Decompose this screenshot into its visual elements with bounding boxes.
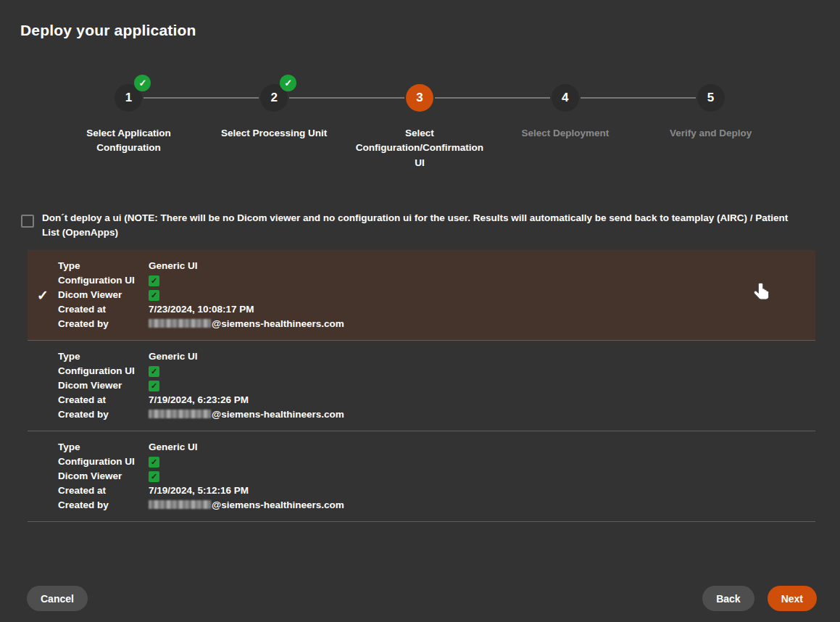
step-3-label: Select Configuration/Confirmation UI [354, 126, 486, 170]
redacted-username [149, 500, 211, 509]
type-label: Type [58, 441, 149, 452]
configuration-ui-checked-icon: ✓ [149, 366, 159, 377]
dicom-viewer-label: Dicom Viewer [58, 470, 149, 481]
wizard-stepper: 1 ✓ Select Application Configuration 2 ✓… [56, 84, 783, 170]
configuration-ui-label: Configuration UI [58, 365, 149, 376]
ui-configuration-list: ✓ Type Generic UI Configuration UI ✓ Dic… [28, 250, 815, 522]
ui-config-item-3[interactable]: ✓ Type Generic UI Configuration UI ✓ Dic… [28, 431, 815, 522]
step-1-label: Select Application Configuration [62, 126, 194, 156]
page-title: Deploy your application [20, 22, 840, 39]
next-button[interactable]: Next [768, 586, 817, 611]
step-1: 1 ✓ Select Application Configuration [56, 84, 201, 170]
step-1-completed-check-icon: ✓ [134, 75, 151, 91]
step-5-circle[interactable]: 5 [697, 84, 725, 112]
dont-deploy-ui-checkbox[interactable] [21, 215, 34, 228]
created-by-label: Created by [58, 409, 149, 420]
redacted-username [149, 319, 211, 328]
dicom-viewer-checked-icon: ✓ [149, 290, 159, 301]
created-at-label: Created at [58, 394, 149, 405]
type-value: Generic UI [149, 441, 815, 452]
created-by-value: @siemens-healthineers.com [149, 318, 815, 329]
type-value: Generic UI [149, 260, 815, 271]
step-2-label: Select Processing Unit [221, 126, 327, 141]
step-3-circle[interactable]: 3 [406, 84, 433, 112]
back-button[interactable]: Back [702, 586, 754, 611]
ui-config-item-2[interactable]: ✓ Type Generic UI Configuration UI ✓ Dic… [28, 341, 815, 431]
step-5: 5 ✓ Verify and Deploy [638, 84, 783, 170]
type-value: Generic UI [149, 351, 815, 362]
cancel-button[interactable]: Cancel [27, 586, 88, 611]
created-by-label: Created by [58, 318, 149, 329]
created-by-label: Created by [58, 499, 149, 510]
dicom-viewer-label: Dicom Viewer [58, 289, 149, 300]
created-by-value: @siemens-healthineers.com [149, 499, 815, 510]
step-3: 3 ✓ Select Configuration/Confirmation UI [347, 84, 493, 170]
type-label: Type [58, 260, 149, 271]
ui-config-item-1[interactable]: ✓ Type Generic UI Configuration UI ✓ Dic… [28, 250, 815, 341]
configuration-ui-checked-icon: ✓ [149, 457, 159, 468]
created-by-value: @siemens-healthineers.com [149, 409, 815, 420]
redacted-username [149, 410, 211, 418]
step-4-label: Select Deployment [521, 126, 609, 141]
step-2-completed-check-icon: ✓ [280, 75, 296, 91]
created-at-value: 7/19/2024, 6:23:26 PM [149, 394, 815, 405]
dont-deploy-ui-label: Don´t deploy a ui (NOTE: There will be n… [42, 211, 818, 241]
step-5-label: Verify and Deploy [670, 126, 752, 141]
created-at-value: 7/19/2024, 5:12:16 PM [149, 485, 815, 496]
step-4-circle[interactable]: 4 [552, 84, 579, 112]
dicom-viewer-checked-icon: ✓ [149, 471, 159, 482]
configuration-ui-label: Configuration UI [58, 456, 149, 467]
type-label: Type [58, 351, 149, 362]
dicom-viewer-checked-icon: ✓ [149, 381, 159, 391]
dicom-viewer-label: Dicom Viewer [58, 380, 149, 391]
created-at-value: 7/23/2024, 10:08:17 PM [149, 304, 815, 315]
step-4: 4 ✓ Select Deployment [492, 84, 638, 170]
step-2: 2 ✓ Select Processing Unit [201, 84, 347, 170]
created-at-label: Created at [58, 485, 149, 496]
created-at-label: Created at [58, 304, 149, 315]
dont-deploy-ui-option: Don´t deploy a ui (NOTE: There will be n… [21, 211, 818, 241]
selected-check-icon: ✓ [37, 286, 49, 303]
configuration-ui-label: Configuration UI [58, 275, 149, 286]
wizard-footer: Cancel Back Next [0, 586, 840, 611]
configuration-ui-checked-icon: ✓ [149, 275, 159, 286]
